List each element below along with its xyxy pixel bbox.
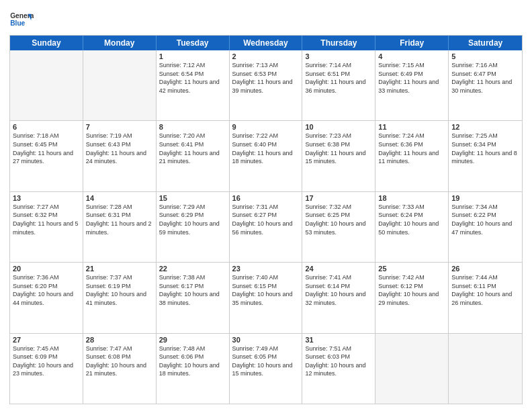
day-number: 30 <box>232 336 300 344</box>
day-cell-15: 15Sunrise: 7:29 AMSunset: 6:29 PMDayligh… <box>157 192 230 262</box>
sun-info: Sunrise: 7:28 AMSunset: 6:31 PMDaylight:… <box>86 203 153 236</box>
day-number: 12 <box>451 123 519 131</box>
sun-info: Sunrise: 7:19 AMSunset: 6:43 PMDaylight:… <box>86 132 153 165</box>
empty-cell <box>10 50 83 120</box>
sun-info: Sunrise: 7:49 AMSunset: 6:05 PMDaylight:… <box>232 345 300 378</box>
sun-info: Sunrise: 7:34 AMSunset: 6:22 PMDaylight:… <box>451 203 519 236</box>
sun-info: Sunrise: 7:14 AMSunset: 6:51 PMDaylight:… <box>305 61 372 95</box>
sun-info: Sunrise: 7:48 AMSunset: 6:06 PMDaylight:… <box>159 345 226 378</box>
day-cell-19: 19Sunrise: 7:34 AMSunset: 6:22 PMDayligh… <box>449 192 522 262</box>
day-number: 28 <box>86 336 153 344</box>
day-number: 20 <box>13 265 80 273</box>
day-cell-14: 14Sunrise: 7:28 AMSunset: 6:31 PMDayligh… <box>83 192 157 262</box>
calendar-row-0: 1Sunrise: 7:12 AMSunset: 6:54 PMDaylight… <box>10 50 522 121</box>
day-number: 25 <box>378 265 445 273</box>
day-cell-20: 20Sunrise: 7:36 AMSunset: 6:20 PMDayligh… <box>10 263 83 332</box>
day-number: 8 <box>159 123 226 131</box>
sun-info: Sunrise: 7:27 AMSunset: 6:32 PMDaylight:… <box>13 203 80 236</box>
calendar-row-3: 20Sunrise: 7:36 AMSunset: 6:20 PMDayligh… <box>10 263 522 333</box>
day-cell-22: 22Sunrise: 7:38 AMSunset: 6:17 PMDayligh… <box>157 263 230 332</box>
day-cell-12: 12Sunrise: 7:25 AMSunset: 6:34 PMDayligh… <box>449 121 522 191</box>
day-cell-6: 6Sunrise: 7:18 AMSunset: 6:45 PMDaylight… <box>10 121 83 191</box>
day-number: 31 <box>305 336 372 344</box>
sun-info: Sunrise: 7:29 AMSunset: 6:29 PMDaylight:… <box>159 203 226 236</box>
day-number: 7 <box>86 123 153 131</box>
day-cell-8: 8Sunrise: 7:20 AMSunset: 6:41 PMDaylight… <box>157 121 230 191</box>
logo-icon: General Blue <box>9 7 34 31</box>
day-number: 6 <box>13 123 80 131</box>
day-number: 19 <box>451 194 519 202</box>
sun-info: Sunrise: 7:42 AMSunset: 6:12 PMDaylight:… <box>378 273 445 307</box>
day-number: 16 <box>232 194 300 202</box>
sun-info: Sunrise: 7:37 AMSunset: 6:19 PMDaylight:… <box>86 273 153 307</box>
sun-info: Sunrise: 7:16 AMSunset: 6:47 PMDaylight:… <box>451 61 519 95</box>
day-cell-4: 4Sunrise: 7:15 AMSunset: 6:49 PMDaylight… <box>375 50 449 120</box>
page-header: General Blue <box>9 7 523 31</box>
sun-info: Sunrise: 7:15 AMSunset: 6:49 PMDaylight:… <box>378 61 445 95</box>
sun-info: Sunrise: 7:45 AMSunset: 6:09 PMDaylight:… <box>13 345 80 378</box>
day-cell-10: 10Sunrise: 7:23 AMSunset: 6:38 PMDayligh… <box>302 121 375 191</box>
day-cell-29: 29Sunrise: 7:48 AMSunset: 6:06 PMDayligh… <box>157 334 230 404</box>
empty-cell <box>83 50 157 120</box>
day-number: 4 <box>378 52 445 60</box>
day-cell-13: 13Sunrise: 7:27 AMSunset: 6:32 PMDayligh… <box>10 192 83 262</box>
day-cell-7: 7Sunrise: 7:19 AMSunset: 6:43 PMDaylight… <box>83 121 157 191</box>
day-number: 29 <box>159 336 226 344</box>
day-number: 3 <box>305 52 372 60</box>
logo: General Blue <box>9 7 34 31</box>
sun-info: Sunrise: 7:20 AMSunset: 6:41 PMDaylight:… <box>159 132 226 165</box>
sun-info: Sunrise: 7:47 AMSunset: 6:08 PMDaylight:… <box>86 345 153 378</box>
day-cell-2: 2Sunrise: 7:13 AMSunset: 6:53 PMDaylight… <box>230 50 303 120</box>
sun-info: Sunrise: 7:38 AMSunset: 6:17 PMDaylight:… <box>159 273 226 307</box>
day-cell-1: 1Sunrise: 7:12 AMSunset: 6:54 PMDaylight… <box>157 50 230 120</box>
day-number: 11 <box>378 123 445 131</box>
header-day-saturday: Saturday <box>449 36 522 50</box>
day-cell-18: 18Sunrise: 7:33 AMSunset: 6:24 PMDayligh… <box>375 192 449 262</box>
sun-info: Sunrise: 7:51 AMSunset: 6:03 PMDaylight:… <box>305 345 372 378</box>
day-cell-27: 27Sunrise: 7:45 AMSunset: 6:09 PMDayligh… <box>10 334 83 404</box>
day-number: 13 <box>13 194 80 202</box>
day-number: 10 <box>305 123 372 131</box>
day-number: 17 <box>305 194 372 202</box>
day-number: 26 <box>451 265 519 273</box>
calendar: SundayMondayTuesdayWednesdayThursdayFrid… <box>9 35 523 404</box>
empty-cell <box>449 334 522 404</box>
sun-info: Sunrise: 7:33 AMSunset: 6:24 PMDaylight:… <box>378 203 445 236</box>
header-day-friday: Friday <box>375 36 449 50</box>
day-number: 22 <box>159 265 226 273</box>
header-day-monday: Monday <box>83 36 157 50</box>
sun-info: Sunrise: 7:40 AMSunset: 6:15 PMDaylight:… <box>232 273 300 307</box>
day-number: 9 <box>232 123 300 131</box>
day-cell-23: 23Sunrise: 7:40 AMSunset: 6:15 PMDayligh… <box>230 263 303 332</box>
day-cell-30: 30Sunrise: 7:49 AMSunset: 6:05 PMDayligh… <box>230 334 303 404</box>
day-cell-11: 11Sunrise: 7:24 AMSunset: 6:36 PMDayligh… <box>375 121 449 191</box>
day-cell-28: 28Sunrise: 7:47 AMSunset: 6:08 PMDayligh… <box>83 334 157 404</box>
calendar-header: SundayMondayTuesdayWednesdayThursdayFrid… <box>10 36 522 50</box>
day-cell-25: 25Sunrise: 7:42 AMSunset: 6:12 PMDayligh… <box>375 263 449 332</box>
header-day-tuesday: Tuesday <box>157 36 230 50</box>
sun-info: Sunrise: 7:41 AMSunset: 6:14 PMDaylight:… <box>305 273 372 307</box>
calendar-row-1: 6Sunrise: 7:18 AMSunset: 6:45 PMDaylight… <box>10 121 522 191</box>
calendar-body: 1Sunrise: 7:12 AMSunset: 6:54 PMDaylight… <box>10 50 522 404</box>
calendar-row-2: 13Sunrise: 7:27 AMSunset: 6:32 PMDayligh… <box>10 192 522 263</box>
day-number: 5 <box>451 52 519 60</box>
day-number: 15 <box>159 194 226 202</box>
sun-info: Sunrise: 7:32 AMSunset: 6:25 PMDaylight:… <box>305 203 372 236</box>
sun-info: Sunrise: 7:36 AMSunset: 6:20 PMDaylight:… <box>13 273 80 307</box>
day-cell-3: 3Sunrise: 7:14 AMSunset: 6:51 PMDaylight… <box>302 50 375 120</box>
day-number: 27 <box>13 336 80 344</box>
sun-info: Sunrise: 7:44 AMSunset: 6:11 PMDaylight:… <box>451 273 519 307</box>
sun-info: Sunrise: 7:31 AMSunset: 6:27 PMDaylight:… <box>232 203 300 236</box>
day-number: 18 <box>378 194 445 202</box>
calendar-row-4: 27Sunrise: 7:45 AMSunset: 6:09 PMDayligh… <box>10 334 522 404</box>
day-cell-9: 9Sunrise: 7:22 AMSunset: 6:40 PMDaylight… <box>230 121 303 191</box>
day-number: 23 <box>232 265 300 273</box>
sun-info: Sunrise: 7:13 AMSunset: 6:53 PMDaylight:… <box>232 61 300 95</box>
empty-cell <box>375 334 449 404</box>
sun-info: Sunrise: 7:23 AMSunset: 6:38 PMDaylight:… <box>305 132 372 165</box>
day-cell-16: 16Sunrise: 7:31 AMSunset: 6:27 PMDayligh… <box>230 192 303 262</box>
day-number: 21 <box>86 265 153 273</box>
day-cell-17: 17Sunrise: 7:32 AMSunset: 6:25 PMDayligh… <box>302 192 375 262</box>
day-cell-5: 5Sunrise: 7:16 AMSunset: 6:47 PMDaylight… <box>449 50 522 120</box>
sun-info: Sunrise: 7:22 AMSunset: 6:40 PMDaylight:… <box>232 132 300 165</box>
